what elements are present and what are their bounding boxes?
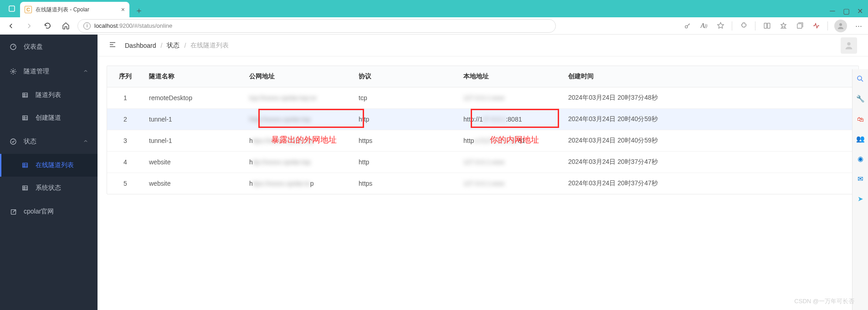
refresh-button[interactable] [41,20,54,32]
breadcrumb-status[interactable]: 状态 [167,41,180,50]
table-icon [21,114,29,122]
tab-overview-icon[interactable] [4,0,20,17]
breadcrumb-sep: / [184,42,186,49]
svg-point-14 [847,42,850,45]
back-button[interactable] [5,20,17,32]
svg-rect-12 [23,186,28,190]
topbar: Dashboard / 状态 / 在线隧道列表 [98,35,868,56]
outlook-icon[interactable]: ✉ [855,174,865,184]
cell-created: 2024年03月24日 20时37分47秒 [563,152,858,173]
chevron-up-icon [83,138,88,145]
svg-point-10 [10,139,16,144]
cell-protocol: https [353,173,458,194]
window-minimize-icon[interactable]: ─ [826,5,839,17]
browser-chrome: C 在线隧道列表 - Cpolar × ＋ ─ ▢ ✕ i localhost:… [0,0,868,35]
breadcrumb-dashboard[interactable]: Dashboard [125,42,156,49]
cell-local: 127.0.0.1:xxxx [458,173,563,194]
th-created: 创建时间 [563,66,858,87]
read-aloud-icon[interactable]: A)) [699,21,709,31]
sidebar-dashboard[interactable]: 仪表盘 [0,35,98,59]
sidebar-label: cpolar官网 [24,208,54,216]
window-close-icon[interactable]: ✕ [853,5,866,17]
table-row: 1 remoteDesktop tcp://xxxxx.cpolar.top:x… [107,87,858,109]
favorites-bar-icon[interactable] [778,21,788,31]
table-icon [21,161,29,169]
cell-local: 127.0.0.1:xxxx [458,152,563,173]
cell-protocol: http [353,109,458,130]
main-content: Dashboard / 状态 / 在线隧道列表 序列 隧道名称 公网地址 协议 [98,35,868,310]
sidebar-create-tunnel[interactable]: 创建隧道 [0,107,98,129]
breadcrumb: Dashboard / 状态 / 在线隧道列表 [125,41,229,50]
watermark: CSDN @一万年可长否 [794,297,854,305]
more-icon[interactable]: ⋯ [853,21,863,31]
table-row: 3 tunnel-1 https://xxxxx.cpolar.top http… [107,130,858,152]
cell-index: 3 [107,130,144,152]
table-row: 2 tunnel-1 http://xxxxx.cpolar.top http … [107,109,858,130]
sidebar: 仪表盘 隧道管理 隧道列表 创建隧道 状态 在线隧道列表 系统状态 [0,35,98,310]
status-icon [9,137,17,146]
sidebar-tunnel-list[interactable]: 隧道列表 [0,84,98,107]
th-protocol: 协议 [353,66,458,87]
home-button[interactable] [59,20,72,32]
sidebar-tunnel-mgmt[interactable]: 隧道管理 [0,59,98,84]
site-info-icon[interactable]: i [83,22,91,30]
cell-public: http://xxxxx.cpolar.top [244,152,353,173]
sidebar-label: 创建隧道 [36,114,61,122]
tool-icon[interactable]: 🔧 [855,94,865,104]
edge-icon[interactable]: ◉ [855,154,865,164]
url-field[interactable]: i localhost:9200/#/status/online [77,19,556,33]
browser-tab[interactable]: C 在线隧道列表 - Cpolar × [20,2,129,17]
tunnel-table: 序列 隧道名称 公网地址 协议 本地地址 创建时间 1 remoteDeskto… [107,66,859,194]
svg-rect-3 [767,23,770,28]
th-index: 序列 [107,66,144,87]
collections-icon[interactable] [795,21,805,31]
cell-index: 2 [107,109,144,130]
performance-icon[interactable] [811,21,821,31]
cell-protocol: https [353,130,458,152]
cell-name: website [144,173,244,194]
table-header-row: 序列 隧道名称 公网地址 协议 本地地址 创建时间 [107,66,858,87]
cell-local: 127.0.0.1:xxxx [458,87,563,109]
sidebar-label: 隧道列表 [36,91,61,99]
gear-icon [9,67,17,76]
cell-name: remoteDesktop [144,87,244,109]
avatar[interactable] [841,37,857,54]
sidebar-online-list[interactable]: 在线隧道列表 [0,154,98,177]
cell-created: 2024年03月24日 20时37分48秒 [563,87,858,109]
cell-local: http://127.0.0.1:8081 [458,109,563,130]
search-icon[interactable] [855,74,865,84]
close-icon[interactable]: × [121,6,125,13]
url-text: localhost:9200/#/status/online [94,22,172,29]
cell-public: https://xxxxx.cpolar.top [244,130,353,152]
people-icon[interactable]: 👥 [855,134,865,144]
svg-point-7 [12,71,14,72]
sidebar-label: 隧道管理 [24,67,49,76]
cell-name: tunnel-1 [144,130,244,152]
sidebar-cpolar-site[interactable]: cpolar官网 [0,199,98,224]
cell-protocol: tcp [353,87,458,109]
new-tab-button[interactable]: ＋ [132,4,146,17]
split-screen-icon[interactable] [762,21,772,31]
key-icon[interactable] [683,21,693,31]
sidebar-status[interactable]: 状态 [0,129,98,154]
address-bar: i localhost:9200/#/status/online A)) ⋯ [0,17,868,35]
favorite-icon[interactable] [715,21,725,31]
cell-name: tunnel-1 [144,109,244,130]
window-maximize-icon[interactable]: ▢ [840,5,853,17]
send-icon[interactable]: ➤ [855,194,865,204]
shopping-icon[interactable]: 🛍 [855,114,865,124]
svg-rect-8 [23,93,28,97]
profile-button[interactable] [834,20,847,32]
cell-local: https://127.0.0.1:8081 [458,130,563,152]
sidebar-label: 在线隧道列表 [36,161,74,169]
th-local: 本地地址 [458,66,563,87]
forward-button [23,20,36,32]
menu-toggle-icon[interactable] [108,41,118,51]
edge-sidebar: 🔧 🛍 👥 ◉ ✉ ➤ [852,69,868,310]
sidebar-label: 状态 [24,137,36,146]
sidebar-system-status[interactable]: 系统状态 [0,177,98,199]
svg-rect-2 [764,23,767,28]
svg-rect-9 [23,116,28,120]
extensions-icon[interactable] [739,21,749,31]
cell-created: 2024年03月24日 20时40分59秒 [563,109,858,130]
